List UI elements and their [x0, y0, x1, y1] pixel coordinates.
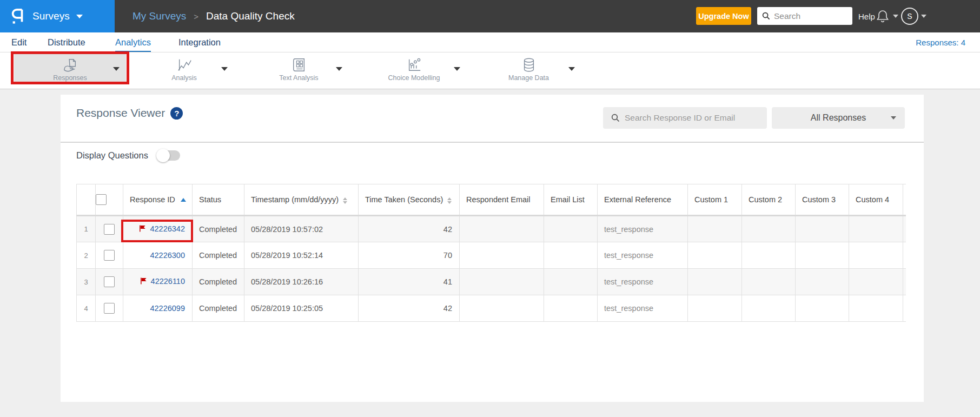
row-select-cell	[96, 216, 123, 242]
notifications-menu[interactable]	[876, 0, 898, 32]
toolbar-label: Manage Data	[508, 74, 549, 82]
global-search-input[interactable]	[774, 11, 850, 21]
toolbar-item-analysis[interactable]: Analysis	[134, 54, 234, 84]
custom-1-cell	[688, 242, 742, 269]
custom-1-cell	[688, 269, 742, 295]
email-list-cell	[544, 216, 598, 242]
custom-1-cell	[688, 216, 742, 242]
account-menu[interactable]: S	[901, 0, 926, 32]
chevron-down-icon[interactable]	[568, 67, 575, 71]
email-list-cell	[544, 295, 598, 322]
custom-2-cell	[742, 295, 796, 322]
row-checkbox[interactable]	[104, 303, 115, 314]
header-timestamp[interactable]: Timestamp (mm/dd/yyyy)	[244, 184, 359, 216]
help-icon[interactable]: ?	[170, 107, 183, 120]
responses-count: Responses: 4	[916, 32, 965, 52]
email-list-cell	[544, 269, 598, 295]
toolbar-item-responses[interactable]: Responses	[14, 54, 126, 84]
breadcrumb-current: Data Quality Check	[206, 10, 295, 22]
status-cell: Completed	[193, 269, 244, 295]
custom-1-cell	[688, 295, 742, 322]
chevron-down-icon[interactable]	[113, 67, 120, 71]
response-id-link[interactable]: 42226110	[151, 277, 185, 286]
chevron-down-icon	[921, 15, 926, 18]
custom-3-cell	[796, 269, 849, 295]
select-all-checkbox[interactable]	[96, 194, 107, 205]
breadcrumb-my-surveys[interactable]: My Surveys	[133, 10, 186, 22]
custom-2-cell	[742, 269, 796, 295]
sort-asc-icon	[181, 198, 186, 202]
header-custom-2: Custom 2	[742, 184, 796, 216]
respondent-email-cell	[460, 242, 544, 269]
header-time-taken[interactable]: Time Taken (Seconds)	[359, 184, 460, 216]
row-number: 3	[77, 269, 96, 295]
header-response-id[interactable]: Response ID	[123, 184, 193, 216]
table-row: 4 42226099 Completed 05/28/2019 10:25:05…	[77, 295, 906, 322]
external-reference-cell: test_response	[598, 269, 688, 295]
response-search-input[interactable]	[625, 113, 760, 123]
custom-2-cell	[742, 242, 796, 269]
response-id-link[interactable]: 42226342	[150, 224, 185, 233]
app-window: Surveys My Surveys > Data Quality Check …	[0, 0, 980, 417]
toggle-knob	[156, 149, 170, 162]
time-taken-cell: 42	[359, 216, 460, 242]
row-checkbox[interactable]	[104, 276, 115, 287]
header-index	[77, 184, 96, 216]
toolbar-item-text-analysis[interactable]: Text Analysis	[249, 54, 349, 84]
table-row: 2 42226300 Completed 05/28/2019 10:52:14…	[77, 242, 906, 269]
row-number: 4	[77, 295, 96, 322]
header-status: Status	[193, 184, 244, 216]
response-filter-value: All Responses	[811, 113, 866, 123]
response-id-link[interactable]: 42226300	[150, 251, 185, 260]
response-filter-dropdown[interactable]: All Responses	[772, 107, 905, 129]
tab-analytics[interactable]: Analytics	[115, 34, 151, 52]
toolbar-item-choice-modelling[interactable]: Choice Modelling	[361, 54, 467, 84]
overflow-cell	[903, 295, 906, 322]
status-cell: Completed	[193, 242, 244, 269]
tab-integration[interactable]: Integration	[178, 32, 221, 52]
chevron-down-icon	[891, 116, 896, 120]
tab-distribute[interactable]: Distribute	[48, 32, 85, 52]
table-row: 1 42226342 Completed 05/28/2019 10:57:02…	[77, 216, 906, 242]
respondent-email-cell	[460, 216, 544, 242]
product-switcher[interactable]: Surveys	[0, 0, 115, 32]
top-bar: Surveys My Surveys > Data Quality Check …	[0, 0, 980, 32]
tab-edit[interactable]: Edit	[11, 32, 27, 52]
header-overflow	[903, 184, 906, 216]
time-taken-cell: 42	[359, 295, 460, 322]
row-select-cell	[96, 295, 123, 322]
avatar: S	[901, 8, 918, 25]
help-link[interactable]: Help	[858, 0, 875, 32]
bell-icon	[876, 9, 889, 23]
response-id-cell: 42226300	[123, 242, 193, 269]
chevron-down-icon[interactable]	[454, 67, 460, 71]
row-select-cell	[96, 242, 123, 269]
flag-icon	[138, 224, 147, 234]
responses-table-wrap: Response ID Status Timestamp (mm/dd/yyyy…	[76, 184, 906, 322]
upgrade-now-button[interactable]: Upgrade Now	[696, 7, 751, 25]
response-id-cell: 42226099	[123, 295, 193, 322]
row-number: 2	[77, 242, 96, 269]
timestamp-cell: 05/28/2019 10:52:14	[244, 242, 359, 269]
chevron-down-icon	[76, 15, 83, 18]
toolbar-label: Choice Modelling	[388, 74, 440, 82]
status-cell: Completed	[193, 216, 244, 242]
chevron-down-icon[interactable]	[336, 67, 342, 71]
response-id-link[interactable]: 42226099	[150, 304, 185, 313]
display-questions-toggle[interactable]	[157, 150, 180, 161]
row-checkbox[interactable]	[104, 224, 115, 235]
page-title: Response Viewer	[76, 107, 165, 120]
manage-data-icon	[521, 57, 537, 72]
chevron-down-icon[interactable]	[221, 67, 228, 71]
row-select-cell	[96, 269, 123, 295]
toolbar-label: Text Analysis	[279, 74, 318, 82]
breadcrumb: My Surveys > Data Quality Check	[133, 0, 295, 32]
header-custom-3: Custom 3	[796, 184, 849, 216]
toolbar-label: Analysis	[171, 74, 197, 82]
text-analysis-icon	[292, 57, 307, 72]
timestamp-cell: 05/28/2019 10:25:05	[244, 295, 359, 322]
respondent-email-cell	[460, 295, 544, 322]
row-checkbox[interactable]	[104, 250, 115, 261]
overflow-cell	[903, 216, 906, 242]
toolbar-item-manage-data[interactable]: Manage Data	[476, 54, 581, 84]
